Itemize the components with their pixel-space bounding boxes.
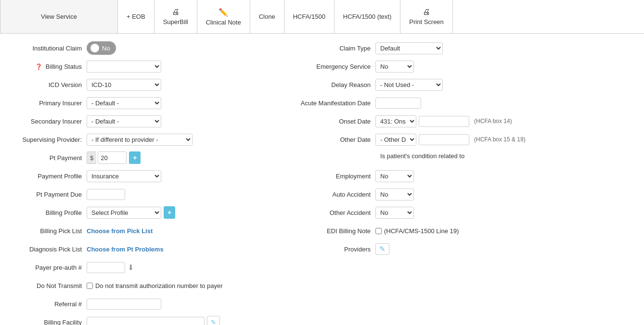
pt-payment-plus-button[interactable]: +	[129, 151, 141, 164]
primary-insurer-control: - Default -	[87, 97, 270, 109]
onset-date-label: Onset Date	[289, 118, 375, 125]
condition-related-row: Is patient's condition related to	[289, 150, 634, 165]
nav-clone[interactable]: Clone	[250, 0, 284, 33]
billing-status-select[interactable]	[87, 61, 161, 73]
icd-version-select[interactable]: ICD-10 ICD-9	[87, 79, 161, 91]
employment-control: No Yes	[375, 170, 634, 182]
billing-status-label: ❓ Billing Status	[10, 63, 87, 70]
print-icon: 🖨	[172, 8, 180, 16]
billing-profile-row: Billing Profile Select Profile +	[10, 205, 270, 220]
billing-profile-label: Billing Profile	[10, 209, 87, 216]
edi-billing-note-label: EDI Billing Note	[289, 227, 375, 235]
do-not-transmit-control: Do not transmit authorization number to …	[87, 282, 270, 289]
print-screen-icon: 🖨	[423, 8, 430, 16]
edi-billing-note-checkbox[interactable]	[375, 228, 382, 234]
billing-profile-control: Select Profile +	[87, 206, 270, 219]
other-accident-select[interactable]: No Yes	[375, 207, 414, 219]
acute-manifestation-input[interactable]	[375, 98, 421, 109]
billing-pick-list-link[interactable]: Choose from Pick List	[87, 227, 153, 235]
payer-preauth-row: Payer pre-auth # ⬇	[10, 260, 270, 275]
nav-hcfa1500[interactable]: HCFA/1500	[284, 0, 335, 33]
toggle-no-label: No	[102, 45, 110, 52]
diagnosis-pick-list-link[interactable]: Choose from Pt Problems	[87, 246, 164, 253]
top-navigation: View Service + EOB 🖨 SuperBill ✏️ Clinic…	[0, 0, 644, 34]
billing-profile-select[interactable]: Select Profile	[87, 207, 161, 219]
emergency-service-label: Emergency Service	[289, 63, 375, 70]
secondary-insurer-control: - Default -	[87, 115, 270, 127]
delay-reason-row: Delay Reason - Not Used -	[289, 77, 634, 92]
pt-payment-label: Pt Payment	[10, 154, 87, 162]
pt-payment-due-control	[87, 189, 270, 200]
payer-preauth-down-icon: ⬇	[128, 263, 134, 272]
do-not-transmit-checkbox[interactable]	[87, 283, 93, 289]
other-date-label: Other Date	[289, 136, 375, 143]
delay-reason-select[interactable]: - Not Used -	[375, 79, 443, 91]
emergency-service-select[interactable]: No Yes	[375, 61, 414, 73]
acute-manifestation-label: Acute Manifestation Date	[289, 100, 375, 107]
onset-date-type-select[interactable]: 431: Onse	[375, 115, 416, 127]
do-not-transmit-checkbox-label: Do not transmit authorization number to …	[95, 282, 222, 289]
institutional-claim-toggle[interactable]: No	[87, 41, 116, 55]
other-date-row: Other Date - Other Da (HCFA box 15 & 19)	[289, 132, 634, 147]
pt-payment-input[interactable]	[98, 151, 127, 164]
toggle-circle	[90, 44, 99, 52]
delay-reason-control: - Not Used -	[375, 79, 634, 91]
nav-hcfa1500text-label: HCFA/1500 (text)	[343, 13, 391, 20]
onset-date-row: Onset Date 431: Onse (HCFA box 14)	[289, 114, 634, 128]
auto-accident-select[interactable]: No Yes	[375, 188, 414, 200]
nav-print-screen[interactable]: 🖨 Print Screen	[400, 0, 453, 33]
pt-payment-due-label: Pt Payment Due	[10, 191, 87, 198]
institutional-claim-control: No	[87, 41, 270, 55]
nav-eob[interactable]: + EOB	[118, 0, 155, 33]
edi-billing-note-checkbox-label: (HCFA/CMS-1500 Line 19)	[384, 227, 459, 235]
employment-label: Employment	[289, 173, 375, 180]
supervising-provider-control: - If different to provider -	[87, 134, 270, 146]
auto-accident-label: Auto Accident	[289, 191, 375, 198]
payer-preauth-input[interactable]	[87, 262, 125, 273]
payment-profile-select[interactable]: Insurance	[87, 170, 161, 182]
right-form: Claim Type Default Emergency Service No …	[279, 41, 644, 325]
billing-profile-plus-button[interactable]: +	[164, 206, 175, 219]
nav-clone-label: Clone	[259, 13, 275, 20]
employment-select[interactable]: No Yes	[375, 170, 414, 182]
billing-facility-input[interactable]	[87, 317, 205, 325]
secondary-insurer-label: Secondary Insurer	[10, 118, 87, 125]
payment-profile-control: Insurance	[87, 170, 270, 182]
nav-clinical-note[interactable]: ✏️ Clinical Note	[197, 0, 250, 33]
nav-superbill[interactable]: 🖨 SuperBill	[155, 0, 197, 33]
do-not-transmit-row: Do Not Transmit Do not transmit authoriz…	[10, 278, 270, 293]
supervising-provider-row: Supervising Provider: - If different to …	[10, 132, 270, 147]
other-date-type-select[interactable]: - Other Da	[375, 134, 416, 146]
employment-row: Employment No Yes	[289, 169, 634, 183]
icd-version-row: ICD Version ICD-10 ICD-9	[10, 77, 270, 92]
claim-type-select[interactable]: Default	[375, 42, 443, 54]
billing-facility-edit-button[interactable]: ✎	[207, 316, 220, 325]
secondary-insurer-select[interactable]: - Default -	[87, 115, 161, 127]
left-form: Institutional Claim No ❓ Billing Status	[0, 41, 279, 325]
onset-date-input[interactable]	[419, 116, 469, 127]
nav-superbill-label: SuperBill	[163, 18, 188, 25]
condition-related-label: Is patient's condition related to	[375, 152, 464, 160]
other-accident-control: No Yes	[375, 207, 634, 219]
condition-related-label-control: Is patient's condition related to	[375, 152, 634, 163]
referral-row: Referral #	[10, 297, 270, 311]
nav-hcfa1500text[interactable]: HCFA/1500 (text)	[335, 0, 400, 33]
diagnosis-pick-list-control: Choose from Pt Problems	[87, 246, 270, 253]
other-date-hcfa-note: (HCFA box 15 & 19)	[474, 136, 526, 143]
providers-edit-button[interactable]: ✎	[375, 243, 389, 255]
nav-clinical-note-label: Clinical Note	[206, 19, 241, 26]
pt-payment-due-input[interactable]	[87, 189, 125, 200]
providers-row: Providers ✎	[289, 242, 634, 256]
icd-version-control: ICD-10 ICD-9	[87, 79, 270, 91]
other-date-input[interactable]	[419, 134, 469, 145]
primary-insurer-select[interactable]: - Default -	[87, 97, 161, 109]
onset-date-control: 431: Onse (HCFA box 14)	[375, 115, 634, 127]
institutional-claim-row: Institutional Claim No	[10, 41, 270, 55]
nav-view-service[interactable]: View Service	[0, 0, 118, 33]
supervising-provider-select[interactable]: - If different to provider -	[87, 134, 193, 146]
billing-pick-list-control: Choose from Pick List	[87, 227, 270, 235]
billing-facility-row: Billing Facility ✎	[10, 315, 270, 325]
onset-date-hcfa-note: (HCFA box 14)	[474, 118, 512, 125]
payer-preauth-label: Payer pre-auth #	[10, 264, 87, 271]
referral-input[interactable]	[87, 299, 161, 310]
